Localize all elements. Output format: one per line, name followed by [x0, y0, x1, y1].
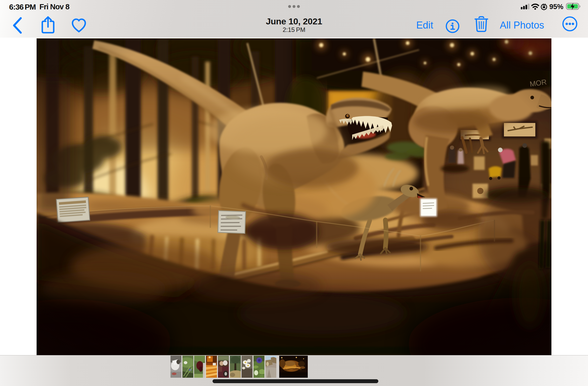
svg-text:95%: 95% [549, 3, 563, 11]
